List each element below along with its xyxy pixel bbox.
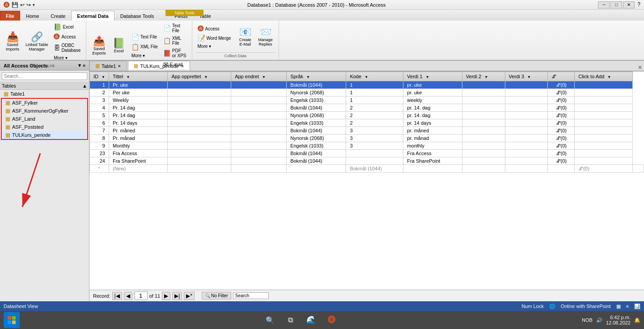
quick-redo[interactable]: ↪ — [26, 2, 31, 8]
cell-add — [575, 97, 633, 104]
col-header-click-to-add[interactable]: Click to Add ▼ — [575, 72, 633, 81]
window-title: Database1 : Database (Access 2007 - 2010… — [247, 2, 386, 8]
col-header-kode[interactable]: Kode ▼ — [346, 72, 403, 81]
more-import-button[interactable]: More ▾ — [52, 55, 82, 61]
cell-attach: 🖇(0) — [548, 127, 575, 135]
sidebar-item-tulkurs[interactable]: ▦ TULKurs_periode — [2, 131, 87, 139]
col-header-id[interactable]: ID ▼ — [90, 72, 109, 81]
manage-replies-icon: 📨 — [259, 27, 271, 37]
table1-label: Table1 — [10, 91, 25, 97]
sidebar-search-area — [0, 71, 89, 82]
tables-collapse-icon[interactable]: ▲ — [82, 83, 87, 89]
cell-tittel: Per uke — [109, 89, 167, 97]
close-all-button[interactable]: ✕ — [638, 64, 642, 71]
view-datasheet-icon[interactable]: ▦ — [616, 304, 621, 309]
more-export-button[interactable]: More ▾ — [130, 52, 160, 59]
current-record-input[interactable] — [134, 291, 148, 300]
sidebar-item-asf-land[interactable]: ▦ ASF_Land — [2, 115, 87, 123]
cell-sprak: Engelsk (1033) — [287, 142, 346, 150]
cell-id: 1 — [90, 81, 109, 89]
nav-next-button[interactable]: ▶ — [162, 292, 170, 300]
cell-tittel: Fra Access — [109, 150, 167, 157]
nav-new-button[interactable]: ▶* — [184, 292, 195, 300]
textfile-icon: 📄 — [131, 34, 139, 41]
email-button[interactable]: ✉ E-mail — [161, 60, 188, 69]
linked-table-button[interactable]: 🔗 Linked TableManager — [23, 31, 50, 53]
cell-app-end — [231, 119, 287, 127]
asf-fylker-label: ASF_Fylker — [12, 100, 38, 105]
textfile2-button[interactable]: 📄 TextFile — [161, 22, 188, 34]
sidebar-collapse-icon[interactable]: « — [83, 63, 85, 68]
start-button[interactable] — [4, 312, 20, 328]
edge-button[interactable]: 🌊 — [305, 313, 318, 327]
search-taskbar-button[interactable]: 🔍 — [263, 313, 277, 327]
cell-kode: 1 — [346, 97, 403, 104]
col-header-verdi3[interactable]: Verdi 3 ▼ — [505, 72, 548, 81]
nav-last-button[interactable]: ▶| — [172, 292, 182, 300]
tab-home[interactable]: Home — [20, 11, 45, 21]
nav-prev-button[interactable]: ◀ — [124, 292, 132, 300]
cell-app-opp — [168, 81, 231, 89]
cell-verdi3 — [505, 81, 548, 89]
notification-icon[interactable]: 🔔 — [634, 317, 640, 323]
minimize-button[interactable]: ─ — [598, 1, 610, 8]
speaker-icon[interactable]: 🔊 — [596, 317, 602, 323]
new-row-cell — [462, 165, 505, 173]
search-input[interactable] — [2, 72, 87, 80]
manage-replies-button[interactable]: 📨 ManageReplies — [256, 26, 275, 48]
saved-exports-button[interactable]: 📤 SavedExports — [90, 35, 108, 57]
qa-dropdown[interactable]: ▾ — [33, 3, 35, 7]
col-header-attach[interactable]: 🖇 — [548, 72, 575, 81]
xmlfile2-button[interactable]: 📋 XMLFile — [161, 35, 188, 46]
quick-undo[interactable]: ↩ — [20, 2, 25, 8]
cell-app-opp — [168, 135, 231, 142]
table-row: 23Fra AccessBokmål (1044)Fra Access🖇(0) — [90, 150, 644, 157]
cell-sprak: Nynorsk (2068) — [287, 112, 346, 119]
sidebar-item-table1[interactable]: ▦ Table1 — [0, 90, 89, 98]
new-row-cell — [505, 165, 548, 173]
create-email-button[interactable]: 📧 CreateE-Mail — [236, 26, 254, 48]
wordmerge-button[interactable]: 📝 Word Merge — [196, 34, 233, 42]
quick-save[interactable]: 💾 — [12, 2, 18, 8]
pdf-button[interactable]: 📕 PDFor XPS — [161, 47, 188, 59]
xmlfile-button[interactable]: 📋 XML File — [130, 42, 160, 51]
no-filter-button[interactable]: 🔍 No Filter — [202, 292, 231, 299]
search-box[interactable] — [233, 292, 269, 299]
access-taskbar-button[interactable]: 🅐 — [325, 313, 339, 327]
task-view-button[interactable]: ⧉ — [284, 313, 297, 327]
access-import-button[interactable]: 🅐 Access — [52, 32, 82, 41]
help-icon[interactable]: ? — [637, 1, 640, 8]
tab-dbtools[interactable]: Database Tools — [114, 11, 160, 21]
cell-app-opp — [168, 119, 231, 127]
odbc-button[interactable]: 🗄 ODBCDatabase — [52, 42, 82, 54]
cell-verdi1: weekly — [403, 97, 462, 104]
saved-imports-button[interactable]: 📥 SavedImports — [4, 31, 21, 53]
col-header-app-end[interactable]: App endret ▼ — [231, 72, 287, 81]
cell-verdi3 — [505, 150, 548, 157]
sidebar-item-asf-poststed[interactable]: ▦ ASF_Poststed — [2, 123, 87, 131]
textfile-button[interactable]: 📄 Text File — [130, 33, 160, 42]
sidebar-item-asf-kommuner[interactable]: ▦ ASF_KommunerOgFylker — [2, 107, 87, 115]
nav-first-button[interactable]: |◀ — [112, 292, 122, 300]
tab-create[interactable]: Create — [45, 11, 71, 21]
col-header-sprak[interactable]: Språk ▼ — [287, 72, 346, 81]
tab-file[interactable]: File — [0, 11, 20, 21]
col-header-app-opp[interactable]: App opprettet ▼ — [168, 72, 231, 81]
col-header-verdi1[interactable]: Verdi 1 ▼ — [403, 72, 462, 81]
access-link-button[interactable]: 🅐 Access — [196, 24, 233, 33]
maximize-button[interactable]: □ — [610, 1, 622, 8]
excel-export-button[interactable]: 📗 Excel — [110, 37, 128, 55]
more-collect-button[interactable]: More ▾ — [196, 43, 233, 50]
col-header-tittel[interactable]: Tittel ▼ — [109, 72, 167, 81]
tab-external[interactable]: External Data — [71, 11, 114, 21]
view-pivot-icon[interactable]: ≡ — [626, 304, 629, 309]
cell-app-opp — [168, 112, 231, 119]
col-header-verdi2[interactable]: Verdi 2 ▼ — [462, 72, 505, 81]
taskbar: 🔍 ⧉ 🌊 🅐 NOB 🔊 6:42 p.m. 12.08.2022 🔔 — [0, 311, 644, 329]
close-button[interactable]: ✕ — [623, 1, 635, 8]
view-chart-icon[interactable]: 📊 — [634, 304, 640, 309]
data-table-container[interactable]: ID ▼ Tittel ▼ App opprettet ▼ App endret… — [89, 72, 644, 290]
sidebar-item-asf-fylker[interactable]: ▦ ASF_Fylker — [2, 99, 87, 107]
excel-import-button[interactable]: 📗 Excel — [52, 22, 82, 31]
odbc-icon: 🗄 — [54, 44, 60, 51]
